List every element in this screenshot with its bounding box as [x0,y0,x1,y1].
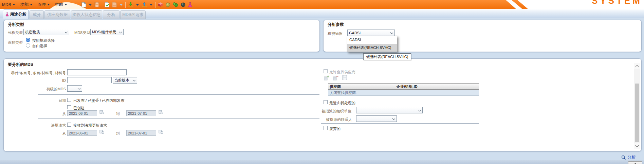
radio-rule-based-label: 按照规则选择 [32,38,55,43]
menu-administration[interactable]: 管理 [38,2,50,7]
remove-supplier-icon [333,75,338,80]
chevron-down-icon [13,4,15,5]
form-divider [320,63,320,146]
scroll-down-button[interactable] [634,143,640,149]
dropdown-option-gadsl[interactable]: GADSL [347,36,397,44]
new-document-dropdown-icon[interactable] [89,4,92,6]
date-from-input[interactable]: 2021-06-01 [67,110,97,116]
panel-title: 要分析的MDS [8,62,33,68]
part-number-input[interactable] [67,69,127,75]
tab-usage-analysis[interactable]: 用途分析 [3,10,29,19]
mds-to-analyze-panel: 要分析的MDS 零件/条目号, 条目/材料号, 材料号 ID 当前版本 初级的M… [3,58,642,151]
to-label: 到 [112,111,119,116]
menu-help[interactable]: 帮助 [55,2,67,7]
dropdown-option-reach-svhc[interactable]: 候选列表(REACH SVHC) [347,44,397,52]
chevron-down-icon [418,109,421,111]
system-logo-text: SYSTEM [592,0,642,6]
assigned-org-label: 被指派的组织单位 [321,109,351,114]
column-header-supplier[interactable]: 供应商 [328,83,395,90]
add-supplier-icon [324,75,329,80]
initial-mds-select[interactable] [67,85,82,92]
save-icon [94,2,99,7]
regulation-date-to-input[interactable]: 2021-07-01 [126,130,156,136]
regulation-checkbox-label: 接收到法规更新请求 [73,123,107,128]
regulation-date-from-input[interactable]: 2021-06-01 [67,130,97,136]
analyze-button[interactable]: 分析 [621,154,636,160]
chevron-down-icon [390,31,393,34]
document-dropdown-icon [119,4,123,6]
published-checkbox-label: 已发布 / 已接受 / 已在内部发布 [73,98,124,103]
supplier-table: 供应商 企业/组织-ID 关闭查找供应商. [328,83,479,96]
allow-supplier-search-label: 允许查找供应商 [329,70,355,75]
tab-ingredients[interactable]: 成分 [30,10,44,19]
search-icon [621,155,626,160]
datepicker-icon[interactable] [159,129,163,134]
toolbar-separator [79,2,79,8]
chevron-down-icon [65,31,68,33]
new-document-icon[interactable] [81,2,86,7]
radio-rule-based[interactable] [26,38,30,42]
table-row: 关闭查找供应商. [328,90,479,96]
pdf-document-icon [112,2,117,7]
scrollbar-thumb[interactable] [635,84,639,142]
recently-handled-checkbox[interactable] [324,100,328,104]
tab-mds-request[interactable]: MDS的请求 [120,10,146,19]
molecule-icon[interactable] [173,2,178,7]
datepicker-icon[interactable] [99,129,104,134]
analyze-button-label: 分析 [627,154,636,160]
scroll-up-button[interactable] [634,63,640,69]
flask-icon[interactable] [188,2,192,7]
assigned-contact-label: 被指派的联系人 [326,117,352,122]
supplier-table-header: 供应商 企业/组织-ID [328,83,479,90]
panel-title: 分析类型 [8,22,24,28]
upload-dropdown-icon[interactable] [149,4,153,6]
olive-sphere-icon[interactable] [165,2,170,7]
analysis-type-select[interactable]: 机密物质 [23,29,69,35]
published-checkbox[interactable] [67,98,71,102]
up-arrow-icon [633,163,637,164]
dark-sphere-icon[interactable] [181,2,186,7]
scroll-to-top-button[interactable] [628,161,642,164]
version-select[interactable]: 当前版本 [113,77,137,84]
date-to-input[interactable]: 2021-07-01 [126,110,156,116]
tab-analysis[interactable]: 分析 [103,10,119,19]
menu-mds[interactable]: MDS [2,2,15,7]
download-icon[interactable] [128,2,133,7]
toolbar-separator [125,2,126,8]
bottom-strip [0,160,644,164]
check-document-icon[interactable] [105,2,110,7]
toolbar-separator [102,2,102,8]
dropdown-option-tooltip: 候选列表(REACH SVHC) [363,53,411,60]
created-checkbox[interactable] [67,105,71,109]
mds-type-select[interactable]: MDS/组件单元 [90,29,124,35]
from-label: 从 [51,111,66,116]
menu-functions[interactable]: 功能 [20,2,32,7]
upload-icon[interactable] [142,2,147,7]
obsolete-checkbox[interactable] [324,126,328,130]
datepicker-icon[interactable] [99,110,104,114]
date-label: 日期 [38,98,66,103]
cube-icon[interactable] [158,2,163,7]
substance-select[interactable]: GADSL [347,30,395,36]
substance-label: 机密物质 [328,31,343,36]
assigned-org-select[interactable] [356,107,423,113]
tab-recipient-status[interactable]: 接收人状态信息 [71,10,102,19]
radio-free-selection[interactable] [26,43,30,48]
panel-title: 分析参数 [328,22,344,28]
assigned-contact-select[interactable] [356,115,397,122]
datepicker-icon[interactable] [159,110,163,114]
tab-supplier-data[interactable]: 供应商数据 [44,10,70,19]
vertical-scrollbar[interactable] [634,63,640,149]
id-label: ID [38,78,66,83]
obsolete-label: 废弃的 [329,126,341,131]
analysis-type-panel: 分析类型 分析类型 机密物质 MDS类型 MDS/组件单元 选择类型 按照规则选… [3,20,320,52]
column-header-org-id[interactable]: 企业/组织-ID [395,83,479,90]
toolbar-separator [155,2,155,8]
id-input[interactable] [67,77,112,83]
from-label: 从 [51,131,66,136]
regulation-checkbox[interactable] [67,123,71,127]
chevron-down-icon [30,4,32,5]
download-dropdown-icon[interactable] [136,4,139,6]
separator [38,94,319,95]
top-menubar: MDS 功能 管理 帮助 [0,0,644,9]
